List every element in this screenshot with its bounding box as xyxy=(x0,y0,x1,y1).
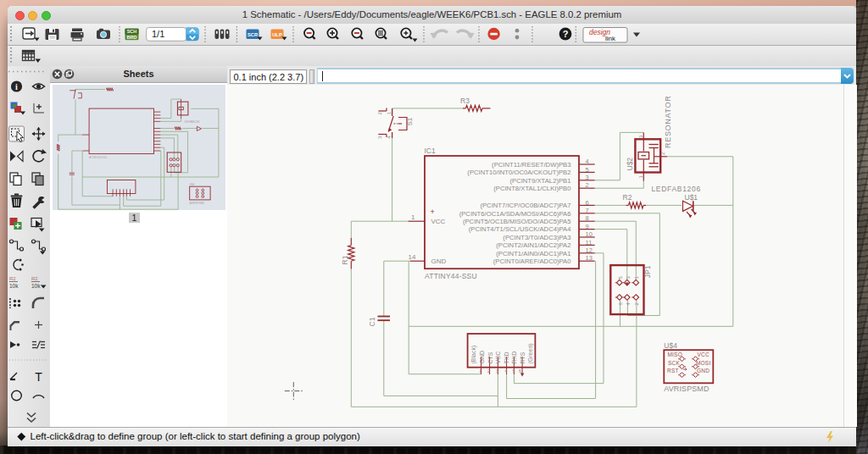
svg-text:ATTINY44-SSU: ATTINY44-SSU xyxy=(425,272,477,280)
svg-text:(PCINT3/T0/ADC3)PA3: (PCINT3/T0/ADC3)PA3 xyxy=(503,234,570,241)
svg-text:3: 3 xyxy=(626,276,631,280)
svg-text:1: 1 xyxy=(387,112,392,115)
svg-text:10k: 10k xyxy=(31,283,41,289)
svg-text:SCH: SCH xyxy=(127,29,137,34)
svg-text:3: 3 xyxy=(377,136,382,139)
svg-text:12: 12 xyxy=(586,246,593,254)
svg-text:(PCINT8/XTAL1/CLKI)PB0: (PCINT8/XTAL1/CLKI)PB0 xyxy=(493,185,570,192)
svg-text:VCC: VCC xyxy=(698,352,709,357)
svg-text:MOSI: MOSI xyxy=(696,360,710,366)
svg-text:(PCINT4/T1/SCL/USCK/ADC4)PA4: (PCINT4/T1/SCL/USCK/ADC4)PA4 xyxy=(469,225,571,233)
svg-text:U$4: U$4 xyxy=(190,182,195,185)
svg-text:(PCINT5/OC1B/MISO/DO/ADC5)PA5: (PCINT5/OC1B/MISO/DO/ADC5)PA5 xyxy=(463,218,571,225)
svg-text:RESONATOR: RESONATOR xyxy=(664,96,672,148)
svg-text:6: 6 xyxy=(519,368,521,374)
svg-text:VCC: VCC xyxy=(431,218,446,225)
svg-text:(PCINT11/RESET/DW)PB3: (PCINT11/RESET/DW)PB3 xyxy=(492,161,570,169)
svg-text:AVRISPSMD: AVRISPSMD xyxy=(190,201,205,204)
svg-text:AVRISPSMD: AVRISPSMD xyxy=(664,385,709,393)
svg-text:(Green): (Green) xyxy=(527,343,534,363)
svg-text:CTS: CTS xyxy=(487,352,493,363)
svg-text:MISO: MISO xyxy=(668,352,682,357)
svg-text:1: 1 xyxy=(479,368,481,374)
svg-text:(PCINT10/INT0/OC0A/CKOUT)PB2: (PCINT10/INT0/OC0A/CKOUT)PB2 xyxy=(467,169,570,176)
svg-text:RST: RST xyxy=(667,368,679,374)
svg-text:3: 3 xyxy=(638,135,643,138)
svg-text:4: 4 xyxy=(505,368,508,374)
svg-text:U$4: U$4 xyxy=(664,341,677,350)
svg-text:11: 11 xyxy=(586,239,593,246)
svg-text:ULP: ULP xyxy=(272,32,282,37)
svg-text:2: 2 xyxy=(377,112,382,115)
svg-text:(PCINT9/XTAL2)PB1: (PCINT9/XTAL2)PB1 xyxy=(509,177,570,185)
svg-text:U$1: U$1 xyxy=(685,193,698,202)
svg-text:U$2: U$2 xyxy=(626,158,634,171)
svg-text:6: 6 xyxy=(586,199,589,207)
svg-text:JP1: JP1 xyxy=(643,265,652,278)
svg-text:R2: R2 xyxy=(623,193,632,202)
svg-text:GND: GND xyxy=(697,368,709,374)
svg-text:R3: R3 xyxy=(460,97,470,105)
svg-text:S1: S1 xyxy=(406,117,414,125)
svg-text:GND: GND xyxy=(431,257,447,265)
svg-text:IC1: IC1 xyxy=(425,147,437,155)
svg-text:T: T xyxy=(35,370,42,384)
svg-text:TXD: TXD xyxy=(504,352,509,364)
svg-text:3: 3 xyxy=(496,368,498,374)
svg-text:i: i xyxy=(15,82,18,91)
svg-text:14: 14 xyxy=(409,253,416,261)
svg-text:(PCINT6/OC1A/SDA/MOSI/ADC6)PA6: (PCINT6/OC1A/SDA/MOSI/ADC6)PA6 xyxy=(459,210,571,218)
svg-text:SCR: SCR xyxy=(248,32,259,37)
svg-text:2: 2 xyxy=(487,368,490,374)
svg-text:2: 2 xyxy=(586,181,589,189)
svg-text:3: 3 xyxy=(586,174,589,181)
svg-text:(PCINT2/AIN1/ADC2)PA2: (PCINT2/AIN1/ADC2)PA2 xyxy=(496,241,570,249)
svg-text:4: 4 xyxy=(586,158,589,165)
svg-text:10: 10 xyxy=(586,230,593,238)
svg-text:R1: R1 xyxy=(341,255,349,264)
svg-text:ATTINY44-SSU: ATTINY44-SSU xyxy=(89,155,107,158)
svg-text:link: link xyxy=(605,35,616,42)
svg-text:RTS: RTS xyxy=(520,352,526,363)
svg-text:(Black): (Black) xyxy=(470,346,477,364)
svg-text:9: 9 xyxy=(586,223,589,230)
svg-text:?: ? xyxy=(563,29,569,39)
svg-text:1: 1 xyxy=(411,213,415,221)
svg-text:1: 1 xyxy=(634,276,639,280)
svg-text:(PCINT0/AREF/ADC0)PA0: (PCINT0/AREF/ADC0)PA0 xyxy=(493,257,571,265)
svg-text:1/1: 1/1 xyxy=(152,29,164,39)
svg-text:8: 8 xyxy=(586,214,589,222)
svg-text:10k: 10k xyxy=(9,283,19,289)
svg-text:(PCINT1/AIN0/ADC1)PA1: (PCINT1/AIN0/ADC1)PA1 xyxy=(496,250,570,257)
svg-text:5: 5 xyxy=(513,368,515,374)
svg-text:BRD: BRD xyxy=(127,35,137,40)
svg-text:1: 1 xyxy=(638,175,643,179)
svg-text:LEDFAB1206: LEDFAB1206 xyxy=(184,120,200,124)
svg-text:RXD: RXD xyxy=(511,352,517,364)
svg-text:(PCINT7/ICP/OC0B/ADC7)PA7: (PCINT7/ICP/OC0B/ADC7)PA7 xyxy=(480,202,570,209)
svg-text:4: 4 xyxy=(387,136,392,139)
svg-text:SCK: SCK xyxy=(668,360,680,366)
svg-text:13: 13 xyxy=(586,254,593,262)
svg-text:5: 5 xyxy=(618,276,623,280)
svg-text:R2: R2 xyxy=(31,276,38,281)
svg-text:7: 7 xyxy=(586,207,589,214)
svg-text:C1: C1 xyxy=(368,317,376,326)
svg-text:GND: GND xyxy=(479,351,485,364)
svg-text:+: + xyxy=(431,208,435,216)
svg-text:R2: R2 xyxy=(9,276,16,281)
svg-text:LEDFAB1206: LEDFAB1206 xyxy=(651,185,701,193)
svg-text:5: 5 xyxy=(586,166,589,174)
svg-text:VCC: VCC xyxy=(495,352,501,364)
